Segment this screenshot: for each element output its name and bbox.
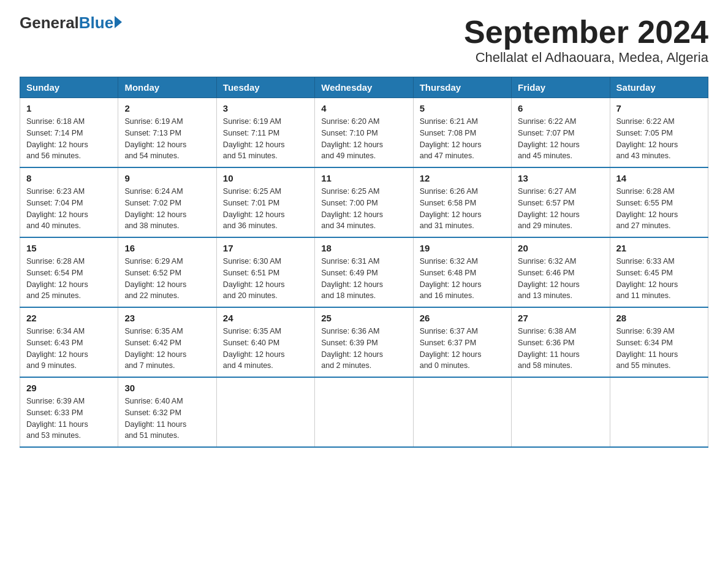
calendar-cell: 25Sunrise: 6:36 AMSunset: 6:39 PMDayligh… [315,307,413,377]
calendar-cell: 10Sunrise: 6:25 AMSunset: 7:01 PMDayligh… [216,167,314,237]
day-number: 8 [26,173,112,183]
logo-blue-text: Blue [79,15,113,31]
location-subtitle: Chellalat el Adhaouara, Medea, Algeria [464,50,708,66]
day-number: 20 [518,243,603,253]
day-number: 11 [321,173,406,183]
weekday-header-wednesday: Wednesday [315,77,413,98]
logo-arrow-icon [115,16,122,28]
calendar-cell: 27Sunrise: 6:38 AMSunset: 6:36 PMDayligh… [512,307,610,377]
day-sun-info: Sunrise: 6:25 AMSunset: 7:00 PMDaylight:… [321,186,406,232]
calendar-cell: 1Sunrise: 6:18 AMSunset: 7:14 PMDaylight… [20,98,118,168]
day-sun-info: Sunrise: 6:22 AMSunset: 7:05 PMDaylight:… [616,116,702,162]
day-number: 30 [124,383,210,393]
calendar-cell [216,377,314,447]
calendar-cell: 8Sunrise: 6:23 AMSunset: 7:04 PMDaylight… [20,167,118,237]
weekday-header-thursday: Thursday [413,77,511,98]
calendar-cell: 29Sunrise: 6:39 AMSunset: 6:33 PMDayligh… [20,377,118,447]
day-sun-info: Sunrise: 6:30 AMSunset: 6:51 PMDaylight:… [223,256,308,302]
day-sun-info: Sunrise: 6:25 AMSunset: 7:01 PMDaylight:… [223,186,308,232]
day-number: 5 [420,103,505,113]
page-header: General Blue September 2024 Chellalat el… [20,15,708,66]
calendar-cell: 20Sunrise: 6:32 AMSunset: 6:46 PMDayligh… [512,237,610,307]
day-number: 15 [26,243,112,253]
calendar-week-row: 1Sunrise: 6:18 AMSunset: 7:14 PMDaylight… [20,98,708,168]
day-sun-info: Sunrise: 6:19 AMSunset: 7:13 PMDaylight:… [124,116,210,162]
day-sun-info: Sunrise: 6:35 AMSunset: 6:40 PMDaylight:… [223,326,308,372]
day-sun-info: Sunrise: 6:21 AMSunset: 7:08 PMDaylight:… [420,116,505,162]
day-number: 19 [420,243,505,253]
day-number: 23 [124,313,210,323]
calendar-cell: 23Sunrise: 6:35 AMSunset: 6:42 PMDayligh… [118,307,216,377]
day-sun-info: Sunrise: 6:20 AMSunset: 7:10 PMDaylight:… [321,116,406,162]
calendar-title: September 2024 [464,15,708,50]
day-sun-info: Sunrise: 6:35 AMSunset: 6:42 PMDaylight:… [124,326,210,372]
day-number: 10 [223,173,308,183]
calendar-cell: 13Sunrise: 6:27 AMSunset: 6:57 PMDayligh… [512,167,610,237]
calendar-cell: 2Sunrise: 6:19 AMSunset: 7:13 PMDaylight… [118,98,216,168]
day-sun-info: Sunrise: 6:18 AMSunset: 7:14 PMDaylight:… [26,116,112,162]
day-number: 9 [124,173,210,183]
calendar-cell: 16Sunrise: 6:29 AMSunset: 6:52 PMDayligh… [118,237,216,307]
day-number: 3 [223,103,308,113]
day-number: 24 [223,313,308,323]
day-number: 14 [616,173,702,183]
day-number: 16 [124,243,210,253]
day-number: 27 [518,313,603,323]
day-number: 26 [420,313,505,323]
day-sun-info: Sunrise: 6:39 AMSunset: 6:34 PMDaylight:… [616,326,702,372]
calendar-cell: 12Sunrise: 6:26 AMSunset: 6:58 PMDayligh… [413,167,511,237]
calendar-cell: 24Sunrise: 6:35 AMSunset: 6:40 PMDayligh… [216,307,314,377]
calendar-cell [315,377,413,447]
day-sun-info: Sunrise: 6:28 AMSunset: 6:55 PMDaylight:… [616,186,702,232]
day-number: 18 [321,243,406,253]
day-sun-info: Sunrise: 6:28 AMSunset: 6:54 PMDaylight:… [26,256,112,302]
day-number: 7 [616,103,702,113]
day-sun-info: Sunrise: 6:38 AMSunset: 6:36 PMDaylight:… [518,326,603,372]
day-sun-info: Sunrise: 6:23 AMSunset: 7:04 PMDaylight:… [26,186,112,232]
calendar-week-row: 15Sunrise: 6:28 AMSunset: 6:54 PMDayligh… [20,237,708,307]
calendar-cell [610,377,708,447]
day-number: 25 [321,313,406,323]
calendar-cell: 30Sunrise: 6:40 AMSunset: 6:32 PMDayligh… [118,377,216,447]
day-number: 1 [26,103,112,113]
day-sun-info: Sunrise: 6:37 AMSunset: 6:37 PMDaylight:… [420,326,505,372]
calendar-cell: 4Sunrise: 6:20 AMSunset: 7:10 PMDaylight… [315,98,413,168]
day-sun-info: Sunrise: 6:22 AMSunset: 7:07 PMDaylight:… [518,116,603,162]
weekday-header-friday: Friday [512,77,610,98]
day-sun-info: Sunrise: 6:33 AMSunset: 6:45 PMDaylight:… [616,256,702,302]
day-sun-info: Sunrise: 6:26 AMSunset: 6:58 PMDaylight:… [420,186,505,232]
day-sun-info: Sunrise: 6:31 AMSunset: 6:49 PMDaylight:… [321,256,406,302]
calendar-cell: 7Sunrise: 6:22 AMSunset: 7:05 PMDaylight… [610,98,708,168]
calendar-cell: 11Sunrise: 6:25 AMSunset: 7:00 PMDayligh… [315,167,413,237]
day-sun-info: Sunrise: 6:39 AMSunset: 6:33 PMDaylight:… [26,396,112,442]
day-sun-info: Sunrise: 6:32 AMSunset: 6:48 PMDaylight:… [420,256,505,302]
weekday-header-sunday: Sunday [20,77,118,98]
calendar-cell: 26Sunrise: 6:37 AMSunset: 6:37 PMDayligh… [413,307,511,377]
calendar-week-row: 8Sunrise: 6:23 AMSunset: 7:04 PMDaylight… [20,167,708,237]
day-sun-info: Sunrise: 6:29 AMSunset: 6:52 PMDaylight:… [124,256,210,302]
calendar-cell: 3Sunrise: 6:19 AMSunset: 7:11 PMDaylight… [216,98,314,168]
day-number: 2 [124,103,210,113]
day-number: 28 [616,313,702,323]
day-number: 21 [616,243,702,253]
logo: General Blue [20,15,122,31]
calendar-week-row: 22Sunrise: 6:34 AMSunset: 6:43 PMDayligh… [20,307,708,377]
title-block: September 2024 Chellalat el Adhaouara, M… [464,15,708,66]
day-sun-info: Sunrise: 6:19 AMSunset: 7:11 PMDaylight:… [223,116,308,162]
calendar-cell: 17Sunrise: 6:30 AMSunset: 6:51 PMDayligh… [216,237,314,307]
day-sun-info: Sunrise: 6:32 AMSunset: 6:46 PMDaylight:… [518,256,603,302]
day-sun-info: Sunrise: 6:36 AMSunset: 6:39 PMDaylight:… [321,326,406,372]
day-number: 6 [518,103,603,113]
logo-general-text: General [20,15,79,31]
day-sun-info: Sunrise: 6:27 AMSunset: 6:57 PMDaylight:… [518,186,603,232]
day-number: 4 [321,103,406,113]
calendar-cell: 28Sunrise: 6:39 AMSunset: 6:34 PMDayligh… [610,307,708,377]
calendar-week-row: 29Sunrise: 6:39 AMSunset: 6:33 PMDayligh… [20,377,708,447]
calendar-cell: 18Sunrise: 6:31 AMSunset: 6:49 PMDayligh… [315,237,413,307]
day-number: 22 [26,313,112,323]
calendar-cell: 5Sunrise: 6:21 AMSunset: 7:08 PMDaylight… [413,98,511,168]
day-number: 13 [518,173,603,183]
calendar-cell: 22Sunrise: 6:34 AMSunset: 6:43 PMDayligh… [20,307,118,377]
calendar-cell: 15Sunrise: 6:28 AMSunset: 6:54 PMDayligh… [20,237,118,307]
calendar-cell: 14Sunrise: 6:28 AMSunset: 6:55 PMDayligh… [610,167,708,237]
